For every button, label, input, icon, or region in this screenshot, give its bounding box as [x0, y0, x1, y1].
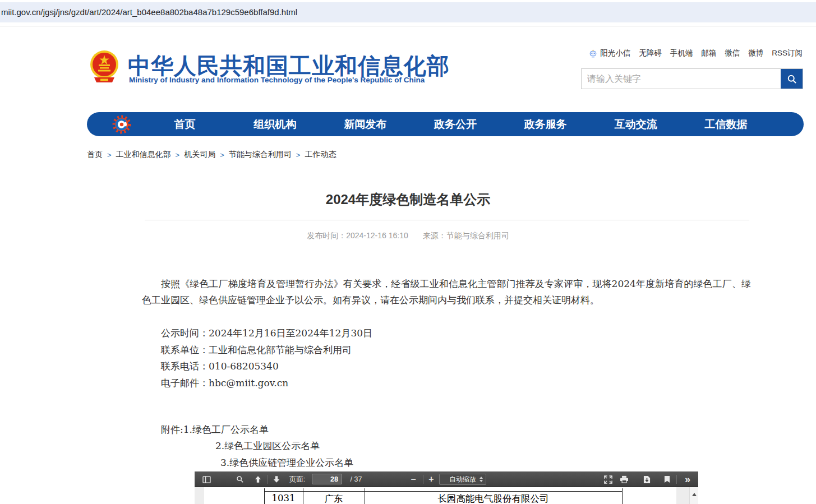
bookmark-button[interactable] — [661, 471, 673, 487]
breadcrumb-work-updates[interactable]: 工作动态 — [305, 150, 336, 160]
pdf-viewer: 页面: / 37 − + 自动缩放 — [195, 471, 698, 504]
bookmark-icon — [664, 475, 670, 483]
zoom-mode-value: 自动缩放 — [449, 475, 476, 484]
select-arrows-icon — [480, 477, 483, 482]
source-value: 节能与综合利用司 — [446, 231, 509, 240]
download-icon — [643, 475, 651, 484]
zoom-in-button[interactable]: + — [425, 471, 438, 487]
quick-link-mail[interactable]: 邮箱 — [701, 48, 716, 58]
breadcrumb: 首页 > 工业和信息化部 > 机关司局 > 节能与综合利用司 > 工作动态 — [87, 150, 336, 160]
info-line-contact-email: 电子邮件：hbc@miit.gov.cn — [161, 375, 372, 392]
main-nav: 首页 组织机构 新闻发布 政务公开 政务服务 互动交流 工信数据 — [87, 112, 804, 136]
breadcrumb-separator: > — [107, 151, 112, 159]
table-cell-province: 广东 — [303, 493, 365, 504]
publish-time: 2024-12-16 16:10 — [346, 231, 408, 240]
table-cell-number: 1031 — [264, 493, 303, 503]
pdf-content-area: 1031 广东 长园高能电气股份有限公司 — [195, 487, 698, 504]
breadcrumb-departments[interactable]: 机关司局 — [184, 150, 215, 160]
site-subtitle: Ministry of Industry and Information Tec… — [129, 76, 425, 84]
breadcrumb-separator: > — [296, 151, 301, 159]
zoom-out-button[interactable]: − — [407, 471, 420, 487]
quick-link-mobile[interactable]: 手机端 — [670, 48, 693, 58]
quick-link-accessibility[interactable]: 无障碍 — [639, 48, 662, 58]
quick-link-rss[interactable]: RSS订阅 — [772, 48, 803, 58]
search-button[interactable] — [781, 69, 803, 89]
breadcrumb-separator: > — [220, 151, 224, 159]
article-contact-info: 公示时间：2024年12月16日至2024年12月30日 联系单位：工业和信息化… — [161, 325, 372, 392]
zoom-mode-select[interactable]: 自动缩放 — [439, 474, 486, 485]
nav-item-gov-openness[interactable]: 政务公开 — [411, 117, 501, 132]
page-number-input[interactable] — [312, 474, 342, 484]
browser-address-bar[interactable]: miit.gov.cn/jgsj/jns/gzdt/art/2024/art_b… — [0, 2, 816, 22]
search-icon — [786, 73, 797, 85]
quick-link-wechat[interactable]: 微信 — [725, 48, 740, 58]
page: miit.gov.cn/jgsj/jns/gzdt/art/2024/art_b… — [0, 0, 816, 504]
quick-link-sunshine-assistant[interactable]: 阳光小信 — [588, 48, 630, 58]
table-border — [264, 491, 623, 492]
pdf-page: 1031 广东 长园高能电气股份有限公司 — [204, 487, 676, 504]
source-label: 来源： — [423, 231, 446, 240]
nav-item-news[interactable]: 新闻发布 — [320, 117, 411, 132]
pdf-toolbar: 页面: / 37 − + 自动缩放 — [195, 471, 698, 487]
table-cell-company: 长园高能电气股份有限公司 — [365, 493, 622, 504]
info-line-contact-phone: 联系电话：010-68205340 — [161, 358, 372, 375]
pdf-find-button[interactable] — [234, 471, 246, 487]
page-number-label: 页面: — [287, 471, 307, 487]
page-down-button[interactable] — [270, 471, 283, 487]
toolbar-separator — [676, 475, 677, 484]
national-emblem-icon — [89, 49, 120, 85]
magnifier-icon — [236, 475, 244, 483]
article-title: 2024年度绿色制造名单公示 — [0, 191, 816, 209]
arrow-down-icon — [273, 475, 280, 483]
attachment-green-industrial-park[interactable]: 2.绿色工业园区公示名单 — [161, 438, 353, 454]
info-line-contact-unit: 联系单位：工业和信息化部节能与综合利用司 — [161, 342, 372, 359]
breadcrumb-separator: > — [176, 151, 180, 159]
nav-item-data[interactable]: 工信数据 — [681, 117, 771, 132]
nav-item-interaction[interactable]: 互动交流 — [591, 117, 681, 132]
scroll-up-icon[interactable] — [692, 493, 697, 496]
attachment-green-supply-chain[interactable]: 3.绿色供应链管理企业公示名单 — [161, 455, 353, 471]
print-button[interactable] — [617, 471, 631, 487]
nav-item-organization[interactable]: 组织机构 — [230, 117, 320, 132]
sidebar-toggle-button[interactable] — [200, 471, 213, 487]
print-icon — [620, 475, 629, 483]
nav-item-home[interactable]: 首页 — [140, 117, 230, 132]
divider — [0, 26, 816, 26]
more-tools-button[interactable]: » — [680, 471, 695, 487]
page-total: / 37 — [346, 471, 366, 487]
toolbar-separator — [268, 475, 268, 484]
page-url[interactable]: miit.gov.cn/jgsj/jns/gzdt/art/2024/art_b… — [1, 7, 297, 17]
article-paragraph: 按照《绿色工厂梯度培育及管理暂行办法》有关要求，经省级工业和信息化主管部门推荐及… — [142, 276, 751, 308]
breadcrumb-miit[interactable]: 工业和信息化部 — [116, 150, 171, 160]
attachments-list: 附件:1.绿色工厂公示名单 2.绿色工业园区公示名单 3.绿色供应链管理企业公示… — [161, 422, 353, 471]
page-up-button[interactable] — [251, 471, 265, 487]
arrow-up-icon — [254, 475, 262, 483]
pdf-scrollbar[interactable] — [689, 487, 698, 504]
robot-icon — [588, 49, 598, 58]
info-line-public-period: 公示时间：2024年12月16日至2024年12月30日 — [161, 325, 372, 342]
nav-item-gov-services[interactable]: 政务服务 — [500, 117, 591, 132]
quick-link-weibo[interactable]: 微博 — [748, 48, 763, 58]
fullscreen-icon — [604, 475, 612, 484]
publish-time-label: 发布时间： — [307, 231, 346, 240]
breadcrumb-home[interactable]: 首页 — [87, 150, 103, 160]
header-quick-links: 阳光小信 无障碍 手机端 邮箱 微信 微博 RSS订阅 — [588, 48, 803, 58]
divider — [145, 220, 749, 220]
attachment-green-factory[interactable]: 附件:1.绿色工厂公示名单 — [161, 422, 353, 438]
presentation-mode-button[interactable] — [601, 471, 615, 487]
sidebar-toggle-icon — [202, 476, 211, 483]
article-meta: 发布时间：2024-12-16 16:10来源：节能与综合利用司 — [0, 231, 816, 241]
miit-logo-icon — [112, 114, 132, 135]
quick-link-label: 阳光小信 — [600, 48, 630, 58]
breadcrumb-energy-dept[interactable]: 节能与综合利用司 — [229, 150, 292, 160]
download-button[interactable] — [639, 471, 654, 487]
toolbar-separator — [423, 475, 423, 484]
site-search — [581, 68, 803, 89]
search-input[interactable] — [582, 69, 781, 89]
